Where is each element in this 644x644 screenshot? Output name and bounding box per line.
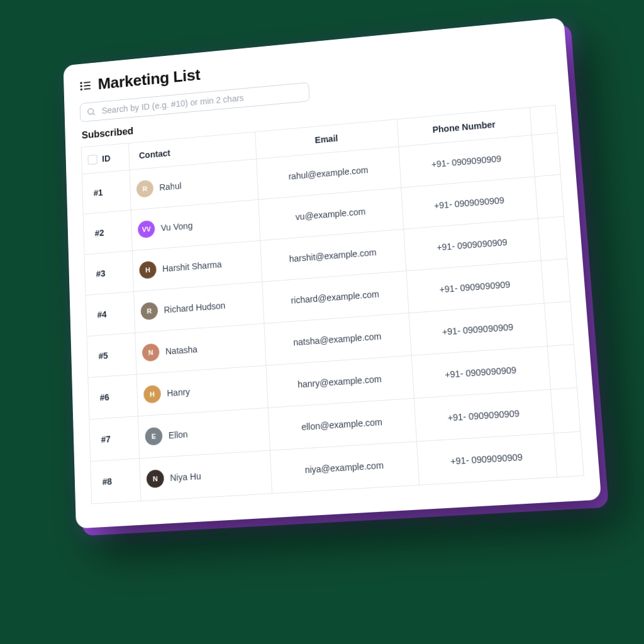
svg-line-0 xyxy=(84,82,90,82)
svg-line-7 xyxy=(93,113,95,115)
row-contact: NNiya Hu xyxy=(140,450,272,501)
contact-name: Vu Vong xyxy=(160,221,192,233)
avatar: H xyxy=(143,385,161,404)
row-tail xyxy=(538,216,567,260)
contact-name: Hanry xyxy=(167,387,190,398)
avatar: E xyxy=(145,427,162,446)
row-id: #2 xyxy=(83,210,132,255)
col-tail xyxy=(530,105,557,135)
page-title: Marketing List xyxy=(97,65,201,93)
row-id: #5 xyxy=(87,333,136,377)
avatar: R xyxy=(140,302,158,320)
row-tail xyxy=(551,388,580,433)
col-id-label: ID xyxy=(102,153,111,164)
contact-name: Richard Hudson xyxy=(164,301,225,315)
contact-name: Harshit Sharma xyxy=(162,259,222,274)
avatar: N xyxy=(147,469,165,488)
row-id: #7 xyxy=(89,416,140,462)
search-input[interactable] xyxy=(101,87,303,116)
avatar: H xyxy=(139,261,157,279)
row-phone: +91- 0909090909 xyxy=(417,433,557,486)
svg-line-2 xyxy=(84,88,91,89)
row-id: #6 xyxy=(88,374,138,419)
search-icon xyxy=(86,107,96,117)
row-phone: +91- 0909090909 xyxy=(414,389,553,441)
svg-point-3 xyxy=(80,82,82,84)
row-tail xyxy=(547,345,577,390)
svg-point-4 xyxy=(80,86,82,87)
contact-name: Natasha xyxy=(165,344,197,356)
row-email: niya@example.com xyxy=(270,441,419,494)
svg-point-6 xyxy=(88,108,94,114)
avatar: R xyxy=(136,180,154,198)
contact-name: Ellon xyxy=(169,429,188,440)
list-icon xyxy=(79,79,92,92)
contacts-table: ID Contact Email Phone Number #1RRahulra… xyxy=(81,105,584,504)
select-all-checkbox[interactable] xyxy=(87,155,97,165)
row-tail xyxy=(541,258,570,303)
marketing-list-panel: Marketing List Subscribed ID xyxy=(64,18,602,529)
row-id: #1 xyxy=(82,170,131,214)
row-tail xyxy=(531,133,560,177)
row-id: #3 xyxy=(84,251,134,296)
row-tail xyxy=(535,174,564,218)
row-tail xyxy=(554,431,584,477)
avatar: VV xyxy=(138,220,155,238)
row-contact: EEllon xyxy=(138,408,270,458)
avatar: N xyxy=(142,343,160,362)
row-id: #4 xyxy=(86,292,135,336)
row-tail xyxy=(544,301,574,346)
svg-point-5 xyxy=(80,89,82,90)
panel-header: Marketing List xyxy=(79,32,549,95)
row-id: #8 xyxy=(91,458,141,504)
svg-line-1 xyxy=(84,85,90,86)
contact-name: Rahul xyxy=(159,181,182,192)
contact-name: Niya Hu xyxy=(170,471,201,483)
